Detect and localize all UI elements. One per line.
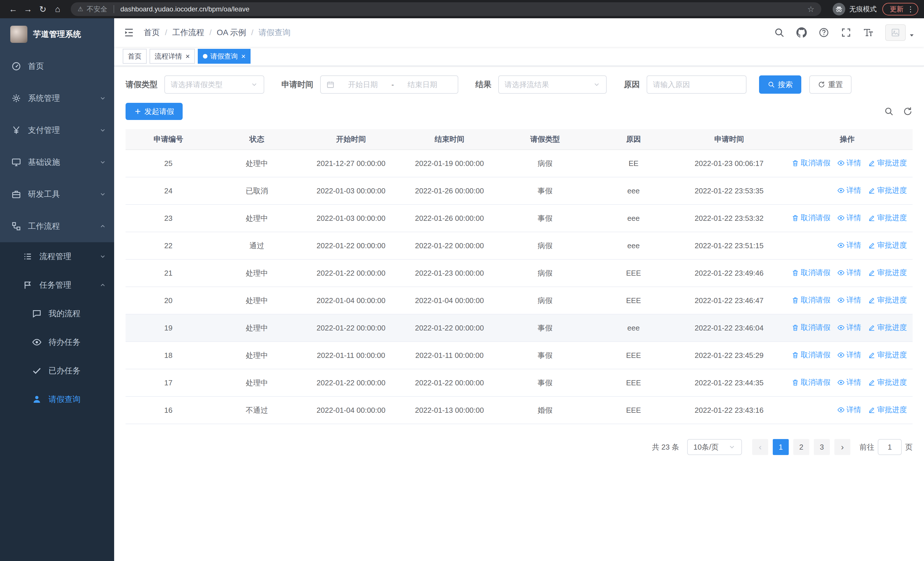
filter-apply-time: 申请时间 开始日期 - 结束日期 (281, 75, 458, 94)
calendar-icon (327, 81, 334, 89)
user-menu[interactable] (885, 24, 915, 41)
github-icon[interactable] (796, 27, 807, 38)
browser-back-icon[interactable]: ← (6, 4, 21, 14)
chat-icon (32, 309, 42, 319)
bookmark-star-icon[interactable]: ☆ (807, 5, 814, 14)
sidebar-item-home[interactable]: 首页 (0, 50, 114, 82)
breadcrumb-item[interactable]: OA 示例 (217, 27, 246, 38)
sidebar-item-workflow[interactable]: 工作流程 (0, 210, 114, 242)
fullscreen-icon[interactable] (841, 27, 852, 38)
tab-请假查询[interactable]: 请假查询× (198, 49, 250, 64)
browser-menu-icon[interactable]: ⋮ (907, 5, 914, 14)
table-row[interactable]: 24已取消2022-01-03 00:00:002022-01-26 00:00… (126, 177, 913, 205)
sidebar-item-dev-tools[interactable]: 研发工具 (0, 178, 114, 210)
detail-link[interactable]: 详情 (837, 350, 861, 360)
detail-link[interactable]: 详情 (837, 185, 861, 196)
detail-link[interactable]: 详情 (837, 268, 861, 278)
table-row[interactable]: 20处理中2022-01-04 00:00:002022-01-04 00:00… (126, 287, 913, 314)
reason-input[interactable] (646, 75, 747, 94)
sidebar-item-done-task[interactable]: 已办任务 (0, 356, 114, 385)
cell-leave-type: 病假 (500, 259, 591, 287)
approval-progress-link[interactable]: 审批进度 (868, 378, 907, 387)
tab-首页[interactable]: 首页 (123, 49, 147, 64)
tab-close-icon[interactable]: × (186, 53, 190, 60)
search-button[interactable]: 搜索 (759, 75, 801, 94)
sidebar-collapse-icon[interactable] (123, 27, 135, 38)
detail-link[interactable]: 详情 (837, 213, 861, 223)
approval-progress-link[interactable]: 审批进度 (868, 185, 907, 196)
approval-progress-link[interactable]: 审批进度 (868, 295, 907, 305)
prev-page-button[interactable]: ‹ (752, 439, 768, 455)
date-range-picker[interactable]: 开始日期 - 结束日期 (320, 75, 458, 94)
leave-type-select[interactable]: 请选择请假类型 (164, 75, 264, 94)
trash-icon (792, 324, 799, 331)
breadcrumb-item[interactable]: 工作流程 (172, 27, 204, 38)
reset-button[interactable]: 重置 (809, 75, 852, 94)
table-row[interactable]: 18处理中2022-01-11 00:00:002022-01-11 00:00… (126, 341, 913, 369)
result-select[interactable]: 请选择流结果 (498, 75, 607, 94)
table-row[interactable]: 23处理中2022-01-03 00:00:002022-01-26 00:00… (126, 205, 913, 232)
table-row[interactable]: 22通过2022-01-22 00:00:002022-01-22 00:00:… (126, 232, 913, 259)
eye-icon (837, 242, 844, 249)
page-button-2[interactable]: 2 (793, 439, 809, 455)
browser-forward-icon[interactable]: → (21, 4, 35, 14)
sidebar-item-payment[interactable]: 支付管理 (0, 114, 114, 146)
browser-update-button[interactable]: 更新 ⋮ (882, 3, 918, 15)
sidebar-item-task-management[interactable]: 任务管理 (0, 271, 114, 299)
browser-address-bar[interactable]: ⚠ 不安全 dashboard.yudao.iocoder.cn/bpm/oa/… (71, 2, 821, 16)
cancel-leave-link[interactable]: 取消请假 (792, 213, 830, 223)
cancel-leave-link[interactable]: 取消请假 (792, 350, 830, 360)
breadcrumb-item[interactable]: 首页 (144, 27, 160, 38)
approval-progress-link[interactable]: 审批进度 (868, 322, 907, 332)
font-size-icon[interactable] (863, 27, 874, 38)
search-icon[interactable] (774, 27, 785, 38)
approval-progress-link[interactable]: 审批进度 (868, 268, 907, 278)
toggle-search-icon[interactable] (884, 107, 894, 116)
refresh-table-icon[interactable] (903, 107, 913, 116)
security-warning-label[interactable]: 不安全 (87, 5, 107, 14)
app-shell: 芋道管理系统 首页系统管理支付管理基础设施研发工具工作流程流程管理任务管理我的流… (0, 18, 924, 561)
trash-icon (792, 296, 799, 304)
approval-progress-link[interactable]: 审批进度 (868, 405, 907, 415)
table-row[interactable]: 19处理中2022-01-22 00:00:002022-01-22 00:00… (126, 314, 913, 341)
table-row[interactable]: 25处理中2021-12-27 00:00:002022-01-19 00:00… (126, 150, 913, 177)
cancel-leave-link[interactable]: 取消请假 (792, 295, 830, 305)
detail-link[interactable]: 详情 (837, 158, 861, 168)
detail-link[interactable]: 详情 (837, 378, 861, 387)
next-page-button[interactable]: › (834, 439, 850, 455)
sidebar-item-my-process[interactable]: 我的流程 (0, 299, 114, 328)
table-row[interactable]: 21处理中2022-01-22 00:00:002022-01-23 00:00… (126, 259, 913, 287)
cancel-leave-link[interactable]: 取消请假 (792, 268, 830, 278)
approval-progress-link[interactable]: 审批进度 (868, 213, 907, 223)
detail-link[interactable]: 详情 (837, 240, 861, 250)
sidebar-item-infrastructure[interactable]: 基础设施 (0, 146, 114, 178)
sidebar-item-leave-query[interactable]: 请假查询 (0, 385, 114, 414)
detail-link[interactable]: 详情 (837, 405, 861, 415)
page-button-3[interactable]: 3 (814, 439, 830, 455)
approval-progress-link[interactable]: 审批进度 (868, 240, 907, 250)
page-button-1[interactable]: 1 (773, 439, 789, 455)
page-size-select[interactable]: 10条/页 (687, 439, 742, 455)
approval-progress-link[interactable]: 审批进度 (868, 350, 907, 360)
cancel-leave-link[interactable]: 取消请假 (792, 378, 830, 387)
detail-link[interactable]: 详情 (837, 322, 861, 332)
browser-reload-icon[interactable]: ↻ (35, 4, 50, 14)
column-header: 开始时间 (303, 129, 399, 150)
table-row[interactable]: 16不通过2022-01-04 00:00:002022-01-13 00:00… (126, 397, 913, 424)
cancel-leave-link[interactable]: 取消请假 (792, 158, 830, 168)
detail-link[interactable]: 详情 (837, 295, 861, 305)
sidebar-item-todo-task[interactable]: 待办任务 (0, 328, 114, 356)
approval-progress-link[interactable]: 审批进度 (868, 158, 907, 168)
tab-close-icon[interactable]: × (241, 53, 245, 60)
tab-流程详情[interactable]: 流程详情× (150, 49, 195, 64)
app-logo[interactable]: 芋道管理系统 (0, 18, 114, 50)
table-row[interactable]: 17处理中2022-01-22 00:00:002022-01-22 00:00… (126, 369, 913, 397)
help-icon[interactable] (818, 27, 829, 38)
sidebar-item-process-management[interactable]: 流程管理 (0, 242, 114, 271)
browser-home-icon[interactable]: ⌂ (50, 4, 65, 14)
create-leave-button[interactable]: 发起请假 (126, 103, 183, 120)
cell-leave-type: 病假 (500, 150, 591, 177)
sidebar-item-system[interactable]: 系统管理 (0, 82, 114, 114)
goto-page-input[interactable] (878, 439, 902, 455)
cancel-leave-link[interactable]: 取消请假 (792, 322, 830, 332)
